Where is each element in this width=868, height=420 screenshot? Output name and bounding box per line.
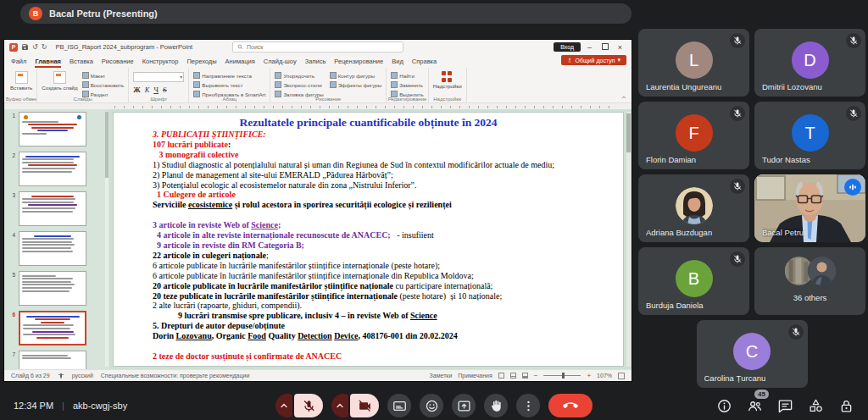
collapse-ribbon-icon[interactable]	[620, 94, 628, 101]
close-icon[interactable]: ×	[614, 42, 626, 52]
ppt-menu-tab[interactable]: Справка	[412, 58, 437, 65]
ribbon-button[interactable]: Контур фигуры	[330, 72, 382, 79]
participant-tile[interactable]: BBurduja Daniela	[638, 247, 749, 315]
slide-sorter-view-icon[interactable]	[510, 373, 516, 379]
ribbon-button[interactable]: Направление текста	[193, 72, 265, 79]
save-icon[interactable]	[21, 43, 29, 51]
mic-options-button[interactable]	[275, 394, 292, 417]
accessibility-status[interactable]: Специальные возможности: проверьте реком…	[101, 373, 250, 379]
ribbon-big-button[interactable]: Вставить	[10, 69, 32, 91]
ppt-menu-tab[interactable]: Файл	[11, 58, 26, 65]
more-options-button[interactable]	[516, 394, 540, 417]
ribbon-button[interactable]: Найти	[391, 72, 424, 79]
participant-tile[interactable]: 36 others	[754, 247, 865, 315]
slide-thumbnail-panel[interactable]: 1234567	[4, 109, 109, 369]
ppt-menu-tab[interactable]: Конструктор	[142, 58, 179, 65]
ppt-menu-tab[interactable]: Главная	[35, 58, 61, 65]
ribbon-button[interactable]: Эффекты фигуры	[330, 81, 382, 88]
undo-icon[interactable]: ↺	[32, 43, 38, 52]
ppt-menu-tab[interactable]: Вид	[392, 58, 403, 65]
ribbon-big-button[interactable]: Создать слайд	[42, 69, 77, 91]
zoom-out-button[interactable]: −	[534, 372, 538, 379]
ppt-search-box[interactable]: Поиск	[232, 41, 403, 52]
participant-tile[interactable]: FFlorin Damian	[638, 102, 749, 169]
slide-thumbnail[interactable]: 4	[8, 231, 103, 266]
participant-tile[interactable]: DDmitrii Lozovanu	[754, 29, 865, 97]
ppt-menu-tab[interactable]: Запись	[305, 58, 326, 65]
reading-view-icon[interactable]	[522, 373, 528, 379]
ribbon-button[interactable]: Заменить	[391, 81, 424, 88]
mic-muted-icon	[730, 33, 745, 48]
ribbon-group: УпорядочитьЭкспресс-стилиЗаливка фигурыК…	[270, 68, 387, 102]
font-style-button[interactable]: К	[145, 86, 150, 94]
participant-tile[interactable]: Bacal Petru	[754, 174, 865, 242]
ribbon-button[interactable]: Выровнять текст	[193, 81, 265, 88]
participant-tile[interactable]: CCarolina Țurcanu	[697, 320, 808, 388]
participant-tile[interactable]: Adriana Buzdugan	[638, 174, 749, 242]
participant-tile[interactable]: TTudor Nastas	[754, 102, 865, 169]
ppt-quick-access-toolbar[interactable]: P ↺ ↻	[9, 43, 47, 52]
camera-control	[331, 394, 379, 417]
ribbon-big-button[interactable]: Надстройки	[433, 69, 462, 89]
ppt-menubar: ФайлГлавнаяВставкаРисованиеКонструкторПе…	[4, 54, 632, 68]
language-indicator[interactable]: русский	[72, 373, 93, 379]
ppt-menu-tab[interactable]: Рисование	[102, 58, 134, 65]
ribbon-button[interactable]: Макет	[82, 72, 125, 79]
slide-thumbnail[interactable]: 2	[8, 152, 103, 186]
mic-toggle-button[interactable]	[294, 394, 323, 417]
raise-hand-button[interactable]	[484, 394, 508, 417]
notes-button[interactable]: Заметки	[430, 373, 453, 379]
font-style-button[interactable]: Ч	[153, 86, 159, 94]
shared-screen-powerpoint[interactable]: P ↺ ↻ PB_ISG_Raport 2024_subprogram - Po…	[4, 40, 632, 381]
thumbnail-scrollbar[interactable]	[105, 112, 108, 367]
slide-scrollbar[interactable]	[626, 112, 631, 367]
ribbon-group: НайтиЗаменитьВыделитьРедактирование	[387, 68, 429, 102]
ppt-share-button[interactable]: Общий доступ ▾	[561, 55, 626, 65]
meeting-details-icon[interactable]	[716, 398, 732, 414]
activities-icon[interactable]	[808, 398, 824, 414]
slide-editing-area[interactable]: Rezultatele principale cuantificabile ob…	[109, 109, 632, 369]
meet-bottom-bar: 12:34 PM | akb-cwgj-sby 45	[0, 391, 868, 420]
redo-icon[interactable]: ↻	[42, 43, 47, 52]
reactions-button[interactable]	[420, 394, 443, 417]
camera-options-button[interactable]	[331, 394, 348, 417]
zoom-level[interactable]: 107%	[597, 373, 612, 379]
normal-view-icon[interactable]	[498, 373, 504, 379]
meeting-info: 12:34 PM | akb-cwgj-sby	[14, 401, 127, 411]
font-style-button[interactable]: S	[163, 86, 167, 94]
camera-toggle-button[interactable]	[350, 394, 379, 417]
zoom-slider[interactable]	[543, 375, 581, 376]
chat-icon[interactable]	[777, 398, 793, 414]
minimize-icon[interactable]: –	[583, 42, 596, 52]
mic-muted-icon	[730, 179, 745, 194]
slide-thumbnail[interactable]: 1	[8, 112, 103, 146]
participant-tile[interactable]: LLaurentia Ungureanu	[638, 29, 749, 97]
slide-thumbnail[interactable]: 5	[8, 271, 103, 306]
ribbon-button[interactable]: Экспресс-стили	[275, 81, 323, 88]
slide-thumbnail[interactable]: 6	[8, 311, 103, 345]
restore-icon[interactable]	[598, 42, 611, 52]
zoom-in-button[interactable]: +	[587, 372, 591, 379]
end-call-button[interactable]	[548, 394, 593, 417]
ribbon-button[interactable]: Восстановить	[82, 81, 125, 88]
font-style-button[interactable]: Ж	[133, 86, 140, 94]
captions-button[interactable]	[387, 394, 411, 417]
slide-thumbnail[interactable]: 3	[8, 191, 103, 226]
ppt-menu-tab[interactable]: Рецензирование	[334, 58, 383, 65]
fit-slide-button[interactable]	[618, 373, 625, 379]
present-button[interactable]	[452, 394, 476, 417]
ppt-menu-tab[interactable]: Слайд-шоу	[264, 58, 297, 65]
ppt-menu-tab[interactable]: Анимация	[225, 58, 255, 65]
participants-icon[interactable]: 45	[747, 398, 763, 414]
ppt-status-bar: Слайд 6 из 29 русский Специальные возмож…	[4, 369, 632, 381]
host-controls-icon[interactable]	[838, 398, 854, 414]
ribbon-button[interactable]: Упорядочить	[275, 72, 323, 79]
ppt-menu-tab[interactable]: Вставка	[70, 58, 93, 65]
participant-avatar: F	[676, 114, 713, 152]
ppt-menu-tab[interactable]: Переходы	[186, 58, 216, 65]
slide-canvas[interactable]: Rezultatele principale cuantificabile ob…	[113, 112, 624, 367]
slide-thumbnail[interactable]: 7	[8, 351, 103, 369]
ribbon-group: ВставитьБуфер обмена	[6, 68, 37, 102]
comments-button[interactable]: Примечания	[458, 373, 492, 379]
signin-button[interactable]: Вход	[554, 42, 581, 52]
